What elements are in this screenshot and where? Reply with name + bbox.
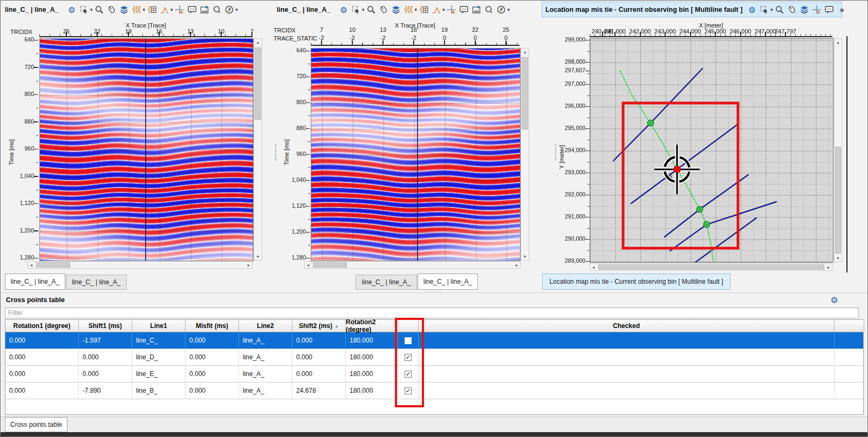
scroll-right-button[interactable]: ► — [247, 263, 251, 267]
scroll-up-button[interactable]: ▲ — [835, 40, 842, 44]
table-row[interactable]: 0.000-1.597line_C_0.000line_A_0.000180.0… — [5, 332, 863, 349]
wiggle-table-icon[interactable] — [146, 4, 158, 15]
layers-icon[interactable] — [119, 4, 130, 15]
fault-line-navy[interactable] — [631, 124, 738, 203]
scroll-left-button[interactable]: ◄ — [591, 265, 596, 269]
fault-line-navy[interactable] — [670, 202, 776, 251]
tab-seismic-left-1[interactable]: line_C_ | line_A_ — [5, 274, 65, 290]
layers-icon[interactable] — [799, 4, 810, 15]
scroll-right-button[interactable]: ► — [826, 265, 831, 269]
magnifier-icon[interactable] — [774, 4, 785, 15]
table-row[interactable]: 0.0000.000line_E_0.000line_A_0.000180.00… — [5, 366, 863, 383]
compass-icon[interactable] — [224, 4, 235, 15]
image-export-icon[interactable] — [471, 4, 482, 15]
table-row[interactable]: 0.0000.000line_D_0.000line_A_0.000180.00… — [5, 349, 863, 366]
scroll-down-button[interactable]: ▼ — [835, 256, 842, 260]
zoom-object-icon[interactable] — [483, 4, 495, 15]
crosshair-icon[interactable] — [446, 4, 457, 15]
scroll-right-button[interactable]: ► — [515, 263, 519, 267]
middle-panel-vertical-scrollbar[interactable]: ▲▼ — [521, 48, 529, 261]
wiggle-table-icon[interactable] — [418, 4, 429, 15]
middle-panel-horizontal-scrollbar[interactable]: ◄► — [304, 261, 521, 269]
left-panel-vertical-scrollbar[interactable]: ▲▼ — [254, 38, 262, 261]
chevron-down-icon[interactable]: ▾ — [143, 7, 146, 12]
select-region-icon[interactable] — [78, 4, 90, 15]
mouse-icon[interactable] — [378, 4, 389, 15]
cross-point-marker-dot — [699, 208, 700, 210]
scroll-up-button[interactable]: ▲ — [254, 40, 262, 44]
filter-input[interactable] — [5, 308, 859, 318]
magnifier-icon[interactable] — [366, 4, 377, 15]
left-panel-horizontal-scrollbar[interactable]: ◄► — [28, 261, 252, 269]
column-header-rotation1-degree-[interactable]: Rotation1 (degree) — [5, 320, 79, 332]
column-header-line1[interactable]: Line1 — [132, 320, 186, 332]
tab-seismic-middle-1[interactable]: line_C_ | line_A_ — [356, 275, 417, 290]
crosshair-icon[interactable] — [174, 4, 186, 15]
column-header-shift2-ms-[interactable]: Shift2 (ms)▲ — [292, 320, 346, 332]
tab-seismic-left-2[interactable]: line_C_ | line_A_ — [66, 275, 127, 290]
column-header-shift1-ms-[interactable]: Shift1 (ms) — [79, 320, 132, 332]
scroll-up-button[interactable]: ▲ — [521, 50, 529, 54]
scrollbar-thumb[interactable] — [255, 47, 261, 120]
comment-icon[interactable] — [187, 4, 198, 15]
select-region-icon[interactable] — [350, 4, 361, 15]
chevron-down-icon[interactable]: ▾ — [170, 7, 173, 12]
chevron-down-icon[interactable]: ▾ — [508, 7, 510, 12]
gear-icon[interactable]: ⚙ — [746, 4, 757, 15]
fault-line-navy[interactable] — [613, 69, 702, 161]
mouse-icon[interactable] — [787, 4, 798, 15]
histogram-icon[interactable] — [159, 4, 170, 15]
scrollbar-thumb[interactable] — [36, 262, 70, 268]
scrollbar-thumb[interactable] — [522, 57, 528, 129]
tab-seismic-middle-2[interactable]: line_C_ | line_A_ — [418, 274, 478, 290]
location-map[interactable] — [590, 38, 833, 263]
chevron-down-icon[interactable]: ▾ — [770, 7, 773, 12]
wiggle-display-icon[interactable] — [131, 4, 142, 15]
cell-shift1: -1.597 — [79, 332, 132, 349]
histogram-icon[interactable] — [430, 4, 442, 15]
y-axis-minor-ticks — [587, 40, 590, 262]
column-header-rotation2-degree-[interactable]: Rotation2 (degree) — [346, 320, 398, 332]
chevron-down-icon[interactable]: ▾ — [442, 7, 445, 12]
wiggle-display-icon[interactable] — [403, 4, 414, 15]
scroll-left-button[interactable]: ◄ — [306, 263, 310, 267]
tab-cross-points-table[interactable]: Cross points table — [5, 417, 67, 432]
column-header-checked[interactable]: Checked — [419, 320, 835, 332]
scrollbar-thumb[interactable] — [313, 262, 347, 268]
scrollbar-thumb[interactable] — [598, 264, 824, 270]
chevron-down-icon[interactable]: ▾ — [236, 7, 238, 12]
scrollbar-thumb[interactable] — [835, 147, 841, 254]
gear-icon[interactable]: ⚙ — [829, 295, 840, 305]
image-export-icon[interactable] — [199, 4, 210, 15]
seismic-section-image[interactable] — [39, 38, 254, 261]
seismic-section-image[interactable] — [311, 48, 521, 261]
gear-icon[interactable]: ⚙ — [66, 4, 77, 15]
mouse-icon[interactable] — [106, 4, 118, 15]
map-horizontal-scrollbar[interactable]: ◄► — [590, 263, 832, 271]
column-header-misfit-ms-[interactable]: Misfit (ms) — [186, 320, 239, 332]
chevron-down-icon[interactable]: ▾ — [362, 7, 365, 12]
chevron-down-icon[interactable]: ▾ — [415, 7, 418, 12]
tab-location-map[interactable]: Location map mis tie - Current observing… — [542, 274, 730, 290]
magnifier-icon[interactable] — [94, 4, 105, 15]
gear-icon[interactable]: ⚙ — [338, 4, 349, 15]
toolbar-overflow-chevron-icon[interactable]: » — [840, 5, 844, 14]
cell-misfit: 0.000 — [186, 366, 239, 382]
compass-icon[interactable] — [496, 4, 507, 15]
layers-icon[interactable] — [391, 4, 402, 15]
chevron-down-icon[interactable]: ▾ — [90, 7, 93, 12]
scroll-down-button[interactable]: ▼ — [254, 255, 262, 258]
scroll-left-button[interactable]: ◄ — [29, 263, 33, 267]
crosshair-icon[interactable] — [811, 4, 823, 15]
column-header-line2[interactable]: Line2 — [239, 320, 292, 332]
map-vertical-scrollbar[interactable]: ▲▼ — [834, 38, 842, 262]
fault-line-navy[interactable] — [687, 218, 756, 263]
table-row[interactable]: 0.000-7.890line_B_0.000line_A_24.678180.… — [5, 383, 863, 399]
y-tick-label: 800 — [274, 99, 306, 105]
select-region-icon[interactable] — [758, 4, 770, 15]
comment-icon[interactable] — [459, 4, 470, 15]
column-header-stub[interactable] — [835, 320, 864, 332]
scroll-down-button[interactable]: ▼ — [521, 255, 529, 258]
zoom-object-icon[interactable] — [211, 4, 223, 15]
comment-icon[interactable] — [824, 4, 835, 15]
